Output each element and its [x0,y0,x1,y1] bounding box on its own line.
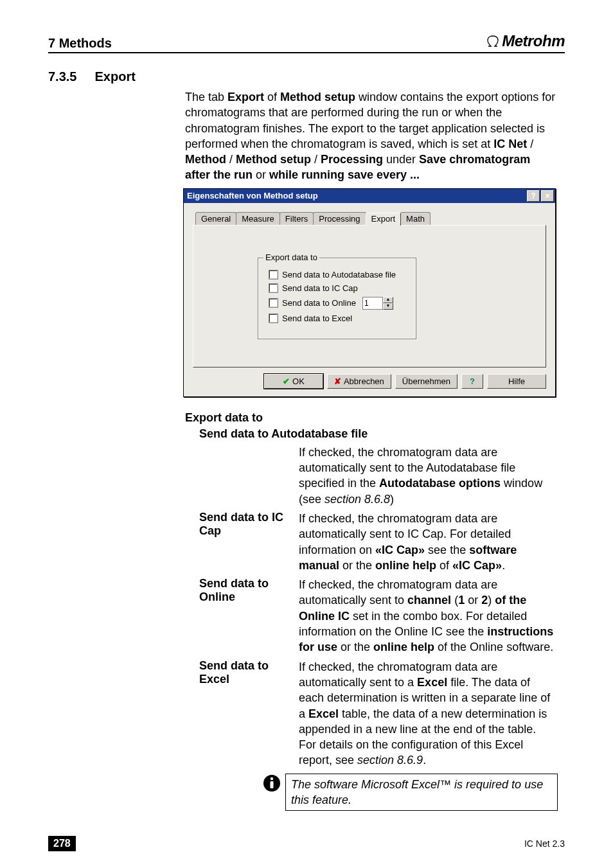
omega-icon [486,35,500,48]
tab-processing[interactable]: Processing [313,212,366,225]
question-icon: ? [470,376,475,386]
x-icon: ✘ [334,376,341,386]
header-chapter: 7 Methods [48,36,112,51]
check-icon: ✔ [283,376,290,386]
checkbox-iccap-label: Send data to IC Cap [282,283,358,293]
checkbox-autodb-label: Send data to Autodatabase file [282,270,396,279]
apply-button[interactable]: Übernehmen [395,374,458,389]
param-autodb-key: Send data to Autodatabase file [199,427,558,441]
groupbox-title: Export data to [263,252,319,262]
param-autodb-desc: If checked, the chromatogram data are au… [299,445,558,507]
param-excel-key: Send data to Excel [199,659,299,768]
excel-note: The software Microsoft Excel™ is require… [285,774,558,811]
param-online-key: Send data to Online [199,577,299,655]
checkbox-online-label: Send data to Online [282,298,356,308]
checkbox-autodb[interactable] [269,270,278,279]
spinner-up[interactable]: ▲ [383,297,393,303]
tab-math[interactable]: Math [400,212,431,225]
titlebar-help-button[interactable]: ? [527,190,540,202]
brand-text: Metrohm [502,32,565,50]
help-icon-button[interactable]: ? [461,374,483,389]
checkbox-excel-label: Send data to Excel [282,314,352,323]
svg-rect-2 [271,781,274,788]
dialog-titlebar: Eigenschaften von Method setup ? × [184,189,555,203]
section-title: Export [94,69,135,84]
ok-button[interactable]: ✔OK [264,374,323,389]
online-channel-spinner[interactable]: ▲▼ [362,297,393,310]
method-setup-dialog: Eigenschaften von Method setup ? × Gener… [183,188,556,397]
page-number: 278 [48,836,76,851]
dialog-title: Eigenschaften von Method setup [187,191,527,200]
param-iccap-desc: If checked, the chromatogram data are au… [299,511,558,573]
tab-filters[interactable]: Filters [280,212,314,225]
param-iccap-key: Send data to IC Cap [199,511,299,573]
export-data-to-group: Export data to Send data to Autodatabase… [258,258,416,339]
cancel-button[interactable]: ✘Abbrechen [327,374,391,389]
brand-logo: Metrohm [486,32,565,50]
checkbox-excel[interactable] [269,314,278,323]
param-excel-desc: If checked, the chromatogram data are au… [299,659,558,768]
svg-point-1 [271,777,273,780]
intro-paragraph: The tab Export of Method setup window co… [185,89,558,183]
section-number: 7.3.5 [48,69,76,84]
tab-measure[interactable]: Measure [236,212,280,225]
tab-general[interactable]: General [195,212,236,225]
param-heading: Export data to [185,411,558,425]
param-online-desc: If checked, the chromatogram data are au… [299,577,558,655]
tab-export[interactable]: Export [366,213,402,226]
checkbox-iccap[interactable] [269,283,278,293]
help-button[interactable]: Hilfe [487,374,546,389]
info-icon [262,774,285,796]
online-channel-input[interactable] [362,297,383,310]
checkbox-online[interactable] [269,298,278,308]
footer-product: IC Net 2.3 [524,838,565,849]
spinner-down[interactable]: ▼ [383,303,393,310]
titlebar-close-button[interactable]: × [541,190,554,202]
